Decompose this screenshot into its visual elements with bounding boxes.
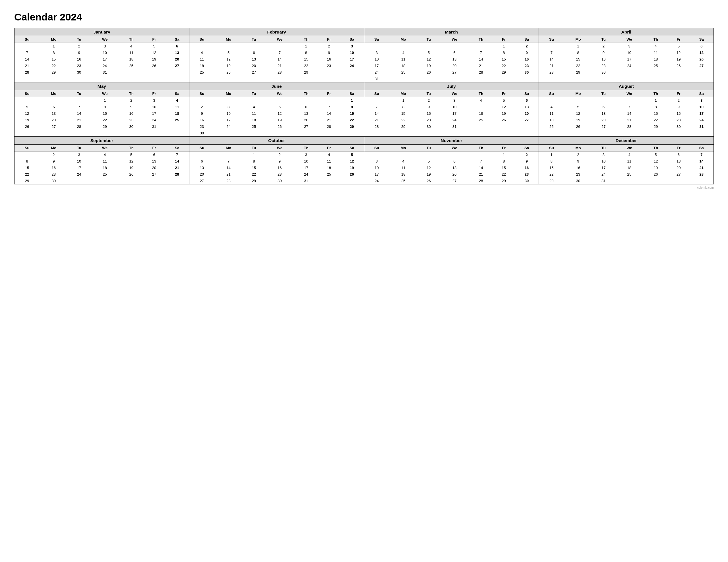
calendar-day — [469, 123, 493, 130]
calendar-day — [165, 69, 189, 76]
calendar-day: 5 — [493, 97, 515, 104]
calendar-day: 27 — [690, 63, 713, 69]
month-block-march: MarchSuMoTuWeThFrSa123456789101112131415… — [364, 28, 539, 82]
day-header-fr: Fr — [668, 145, 690, 152]
calendar-day — [340, 69, 364, 76]
calendar-day: 12 — [265, 110, 294, 117]
calendar-day — [539, 43, 564, 50]
calendar-day: 10 — [143, 104, 165, 110]
calendar-day — [515, 123, 539, 130]
day-header-mo: Mo — [564, 90, 592, 97]
calendar-day: 5 — [417, 158, 440, 165]
calendar-day: 16 — [668, 110, 690, 117]
calendar-day — [15, 97, 40, 104]
day-header-fr: Fr — [143, 36, 165, 43]
day-header-tu: Tu — [68, 145, 90, 152]
calendar-day: 21 — [265, 63, 294, 69]
calendar-day: 23 — [515, 171, 539, 178]
calendar-day: 30 — [189, 130, 214, 136]
calendar-day: 5 — [644, 152, 668, 158]
calendar-day: 5 — [564, 104, 592, 110]
day-header-fr: Fr — [143, 145, 165, 152]
calendar-day: 14 — [265, 56, 294, 63]
calendar-day: 27 — [165, 63, 189, 69]
calendar-day: 15 — [40, 56, 68, 63]
calendar-day: 30 — [668, 123, 690, 130]
day-header-sa: Sa — [690, 145, 713, 152]
calendar-day: 8 — [564, 49, 592, 56]
calendar-day: 1 — [40, 43, 68, 50]
calendar-day: 26 — [143, 63, 165, 69]
calendar-day — [189, 152, 214, 158]
calendar-day: 11 — [165, 104, 189, 110]
calendar-day — [90, 178, 119, 184]
calendar-day: 27 — [143, 171, 165, 178]
calendar-day: 24 — [364, 178, 389, 184]
month-block-september: SeptemberSuMoTuWeThFrSa12345678910111213… — [15, 137, 189, 185]
day-header-mo: Mo — [389, 90, 417, 97]
day-header-th: Th — [119, 145, 143, 152]
calendar-day — [294, 130, 318, 136]
calendar-day — [417, 152, 440, 158]
calendar-day: 5 — [668, 43, 690, 50]
calendar-day: 15 — [389, 110, 417, 117]
calendar-day — [214, 130, 243, 136]
calendar-day: 31 — [90, 69, 119, 76]
calendar-day: 18 — [165, 110, 189, 117]
calendar-day: 10 — [690, 104, 713, 110]
month-block-april: AprilSuMoTuWeThFrSa123456789101112131415… — [539, 28, 714, 82]
calendar-day: 22 — [340, 117, 364, 123]
calendar-day: 26 — [214, 69, 243, 76]
calendar-day: 15 — [644, 110, 668, 117]
calendar-day: 30 — [119, 123, 143, 130]
calendar-day: 16 — [40, 165, 68, 171]
calendar-day: 9 — [68, 49, 90, 56]
month-title-may: May — [15, 82, 189, 90]
calendar-day — [615, 97, 644, 104]
calendar-day: 26 — [265, 123, 294, 130]
calendar-day: 20 — [40, 117, 68, 123]
calendar-day: 9 — [564, 158, 592, 165]
day-header-we: We — [440, 145, 469, 152]
calendar-day: 7 — [469, 158, 493, 165]
calendar-day — [615, 178, 644, 184]
day-header-su: Su — [539, 36, 564, 43]
day-header-su: Su — [15, 36, 40, 43]
day-header-we: We — [615, 90, 644, 97]
month-title-august: August — [539, 82, 713, 90]
month-title-december: December — [539, 137, 713, 145]
calendar-day: 18 — [243, 117, 265, 123]
calendar-day: 13 — [440, 165, 469, 171]
calendar-day: 5 — [340, 152, 364, 158]
calendar-day: 18 — [318, 165, 340, 171]
calendar-day: 13 — [294, 110, 318, 117]
calendar-day — [690, 69, 713, 76]
calendar-day: 17 — [615, 56, 644, 63]
calendar-day: 12 — [15, 110, 40, 117]
calendar-day — [539, 97, 564, 104]
calendar-day: 11 — [318, 158, 340, 165]
calendar-day: 20 — [440, 171, 469, 178]
calendar-day: 21 — [165, 165, 189, 171]
calendar-day: 19 — [119, 165, 143, 171]
calendar-day: 28 — [364, 123, 389, 130]
calendar-day: 23 — [119, 117, 143, 123]
calendar-day: 4 — [119, 43, 143, 50]
calendar-day: 18 — [539, 117, 564, 123]
calendar-day — [389, 76, 417, 82]
calendar-day — [165, 123, 189, 130]
calendar-day: 11 — [389, 165, 417, 171]
day-header-sa: Sa — [165, 145, 189, 152]
calendar-day: 29 — [493, 178, 515, 184]
day-header-su: Su — [189, 36, 214, 43]
calendar-day: 13 — [440, 56, 469, 63]
calendar-day: 9 — [40, 158, 68, 165]
calendar-day: 29 — [389, 123, 417, 130]
calendar-day: 23 — [417, 117, 440, 123]
calendar-grid: JanuarySuMoTuWeThFrSa1234567891011121314… — [14, 28, 714, 185]
calendar-day — [189, 97, 214, 104]
calendar-day — [119, 69, 143, 76]
calendar-day: 9 — [318, 49, 340, 56]
calendar-day — [214, 97, 243, 104]
calendar-day: 16 — [592, 56, 615, 63]
